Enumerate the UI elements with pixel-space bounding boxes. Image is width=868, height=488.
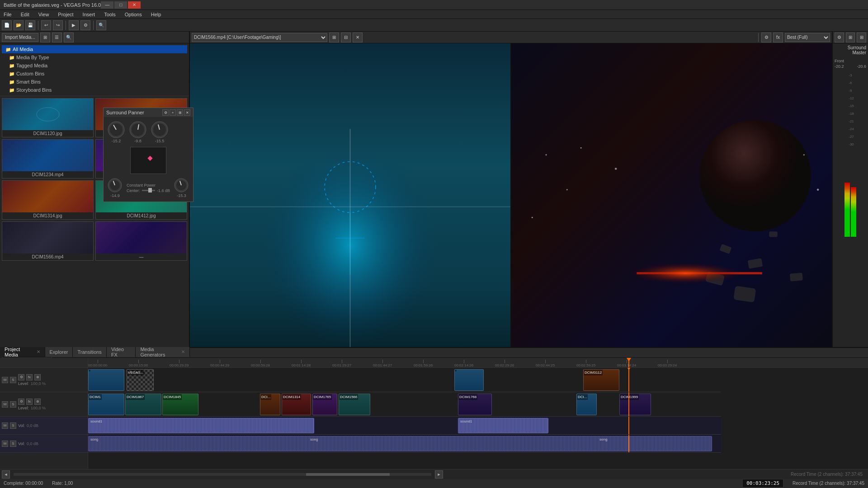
tree-item-custom-bins[interactable]: 📁 Custom Bins — [2, 70, 187, 78]
tab-media-generators[interactable]: Media Generators ✕ — [136, 347, 190, 357]
import-media-button[interactable]: Import Media... — [2, 33, 38, 42]
undo-button[interactable]: ↩ — [41, 20, 51, 30]
audio-clip-song[interactable]: song song song — [88, 436, 712, 451]
tree-item-media-by-type[interactable]: 📁 Media By Type — [2, 53, 187, 61]
media-view-btn[interactable]: ⊞ — [40, 33, 50, 42]
preview-settings-btn[interactable]: ⚙ — [761, 33, 771, 42]
track-solo-btn-v1[interactable]: S — [10, 377, 16, 383]
maximize-button[interactable]: □ — [114, 1, 127, 9]
menu-help[interactable]: Help — [149, 12, 163, 17]
track-v2-btn3[interactable]: ⊕ — [34, 399, 41, 405]
clip-v2-1[interactable]: DCIM1867 — [125, 394, 161, 415]
preview-snap-btn[interactable]: ⊞ — [329, 33, 339, 42]
menu-file[interactable]: File — [2, 12, 14, 17]
clip-v2-5[interactable]: DCIM1765 — [312, 394, 337, 415]
clip-v2-6[interactable]: DCIM1566 — [339, 394, 370, 415]
track-v1-btn3[interactable]: ⊕ — [34, 374, 41, 380]
tl-scroll-right-btn[interactable]: ► — [435, 470, 443, 479]
track-v2-btn1[interactable]: ⚙ — [18, 399, 24, 405]
audio-clip-sound1-2[interactable]: sound1 — [458, 418, 548, 433]
audio-clip-sound1-1[interactable]: sound1 — [88, 418, 314, 433]
clip-v1-checker[interactable]: VEGAS... — [127, 369, 154, 391]
tree-item-smart-bins[interactable]: 📁 Smart Bins — [2, 78, 187, 86]
surround-grid-btn[interactable]: ⊞ — [846, 33, 855, 42]
panner-add-btn[interactable]: + — [170, 109, 176, 116]
clip-v1-4[interactable]: DCIM3112 — [583, 369, 619, 391]
preview-grid-btn[interactable]: ⊟ — [341, 33, 351, 42]
menu-project[interactable]: Project — [56, 12, 75, 17]
panner-grid-btn[interactable]: ⊞ — [177, 109, 183, 116]
panner-close-btn[interactable]: ✕ — [184, 109, 190, 116]
minimize-button[interactable]: — — [101, 1, 113, 9]
clip-v2-0[interactable]: DCIM1 — [88, 394, 124, 415]
clip-v2-3[interactable]: DCI... — [260, 394, 280, 415]
media-thumb-2[interactable]: DCIM1234.mp4 — [2, 139, 94, 178]
clip-v2-9[interactable]: DCIM1999 — [619, 394, 651, 415]
menu-edit[interactable]: Edit — [19, 12, 31, 17]
save-button[interactable]: 💾 — [25, 20, 35, 30]
track-mute-btn-v2[interactable]: M — [2, 401, 8, 408]
quality-select[interactable]: Best (Full) — [785, 33, 830, 42]
clip-v2-7[interactable]: DCIM1768 — [458, 394, 492, 415]
tab-explorer[interactable]: Explorer — [45, 347, 73, 357]
panner-knob-2-svg[interactable] — [129, 121, 147, 139]
tree-item-all-media[interactable]: 📁 All Media — [2, 45, 187, 53]
render-button[interactable]: ⚙ — [80, 20, 90, 30]
toolbar-separator-3 — [93, 21, 94, 30]
new-button[interactable]: 📄 — [2, 20, 12, 30]
surround-expand-btn[interactable]: ⊞ — [857, 33, 866, 42]
media-thumb-7[interactable]: — — [95, 221, 187, 261]
track-solo-btn-v2[interactable]: S — [10, 401, 16, 408]
preview-fx-btn[interactable]: fx — [773, 33, 783, 42]
tree-item-tagged-media[interactable]: 📁 Tagged Media — [2, 61, 187, 70]
timeline-scrollbar[interactable] — [14, 473, 431, 476]
menu-tools[interactable]: Tools — [102, 12, 118, 17]
track-v1-btn1[interactable]: ⚙ — [18, 374, 24, 380]
open-button[interactable]: 📂 — [14, 20, 24, 30]
panner-knob-4-svg[interactable] — [107, 178, 123, 193]
media-list-btn[interactable]: ☰ — [52, 33, 62, 42]
panner-settings-btn[interactable]: ⚙ — [162, 109, 169, 116]
panner-knob-1-svg[interactable] — [107, 121, 125, 139]
tab-transitions[interactable]: Transitions — [73, 347, 106, 357]
track-v2-btn2[interactable]: fx — [26, 399, 33, 405]
track-v2-level-label: Level: — [18, 406, 29, 410]
panner-knob-5-svg[interactable] — [174, 178, 189, 193]
tab-project-media-close[interactable]: ✕ — [37, 349, 40, 354]
track-mute-btn-v1[interactable]: M — [2, 377, 8, 383]
center-slider[interactable] — [142, 190, 155, 191]
source-file-select[interactable]: DCIM1566.mp4 [C:\User\Footage\Gaming\] — [192, 33, 327, 42]
panner-field[interactable] — [130, 147, 166, 174]
track-v1-btn2[interactable]: fx — [26, 374, 33, 380]
media-thumb-0[interactable]: DCIM1120.jpg — [2, 98, 94, 137]
surround-settings-btn[interactable]: ⚙ — [835, 33, 844, 42]
media-thumb-4[interactable]: DCIM1314.jpg — [2, 180, 94, 220]
surround-panner-panel[interactable]: Surround Panner ⚙ + ⊞ ✕ -15.2 — [103, 108, 193, 202]
tree-item-storyboard-bins[interactable]: 📁 Storyboard Bins — [2, 86, 187, 94]
zoom-button[interactable]: 🔍 — [96, 20, 106, 30]
clip-v2-8[interactable]: DCI... — [576, 394, 597, 415]
menu-insert[interactable]: Insert — [81, 12, 97, 17]
close-button[interactable]: ✕ — [128, 1, 141, 9]
track-mute-btn-a2[interactable]: M — [2, 441, 8, 447]
clip-v1-0[interactable] — [88, 369, 124, 391]
media-thumb-6[interactable]: DCIM1566.mp4 — [2, 221, 94, 261]
track-solo-btn-a1[interactable]: S — [10, 422, 16, 429]
tab-media-gen-close[interactable]: ✕ — [181, 349, 185, 354]
menu-view[interactable]: View — [37, 12, 51, 17]
clip-v2-2[interactable]: DCIM1845 — [162, 394, 198, 415]
tab-video-fx[interactable]: Video FX — [107, 347, 136, 357]
media-search-btn[interactable]: 🔍 — [64, 33, 74, 42]
menu-options[interactable]: Options — [123, 12, 144, 17]
panner-knob-3-svg[interactable] — [151, 121, 169, 139]
track-solo-btn-a2[interactable]: S — [10, 441, 16, 447]
preview-close-btn[interactable]: ✕ — [353, 33, 363, 42]
track-control-video-2: M S ⚙ fx ⊕ Level: 100,0 % — [0, 392, 88, 417]
tab-project-media[interactable]: Project Media ✕ — [0, 347, 45, 357]
play-button[interactable]: ▶ — [69, 20, 79, 30]
tl-scroll-left-btn[interactable]: ◄ — [2, 470, 10, 479]
clip-v1-3[interactable] — [454, 369, 484, 391]
clip-v2-4[interactable]: DCIM1314 — [282, 394, 311, 415]
redo-button[interactable]: ↪ — [53, 20, 63, 30]
track-mute-btn-a1[interactable]: M — [2, 422, 8, 429]
